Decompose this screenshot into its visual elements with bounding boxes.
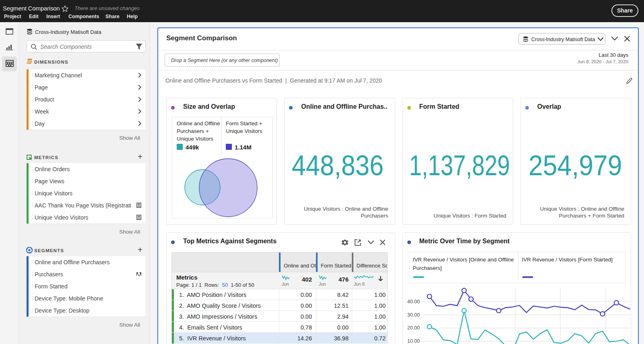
svg-text:10.00: 10.00 [407, 338, 419, 344]
svg-text:254,979: 254,979 [528, 150, 622, 181]
svg-text:40.00: 40.00 [407, 299, 419, 305]
svg-text:20.00: 20.00 [407, 325, 419, 331]
svg-text:1,137,829: 1,137,829 [409, 150, 510, 181]
svg-text:30.00: 30.00 [407, 312, 419, 318]
svg-text:448,836: 448,836 [292, 150, 384, 181]
